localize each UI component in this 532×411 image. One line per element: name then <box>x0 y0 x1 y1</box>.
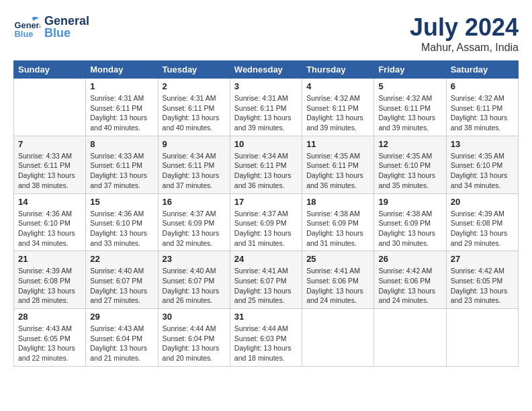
day-number: 16 <box>163 197 226 207</box>
day-info: Sunrise: 4:35 AM Sunset: 6:11 PM Dayligh… <box>306 151 369 191</box>
calendar-cell: 3Sunrise: 4:31 AM Sunset: 6:11 PM Daylig… <box>230 79 302 136</box>
logo-blue: Blue <box>44 27 89 39</box>
day-number: 21 <box>18 254 81 264</box>
calendar-cell: 2Sunrise: 4:31 AM Sunset: 6:11 PM Daylig… <box>158 79 230 136</box>
calendar-cell: 22Sunrise: 4:40 AM Sunset: 6:07 PM Dayli… <box>86 251 158 309</box>
day-info: Sunrise: 4:42 AM Sunset: 6:05 PM Dayligh… <box>451 266 514 306</box>
day-number: 22 <box>90 254 153 264</box>
calendar-cell: 4Sunrise: 4:32 AM Sunset: 6:11 PM Daylig… <box>302 79 374 136</box>
day-info: Sunrise: 4:31 AM Sunset: 6:11 PM Dayligh… <box>234 93 298 133</box>
day-info: Sunrise: 4:36 AM Sunset: 6:10 PM Dayligh… <box>90 209 153 248</box>
day-info: Sunrise: 4:44 AM Sunset: 6:03 PM Dayligh… <box>234 324 298 363</box>
day-info: Sunrise: 4:31 AM Sunset: 6:11 PM Dayligh… <box>90 93 153 133</box>
day-number: 26 <box>378 254 441 264</box>
day-info: Sunrise: 4:31 AM Sunset: 6:11 PM Dayligh… <box>163 93 226 133</box>
day-info: Sunrise: 4:37 AM Sunset: 6:09 PM Dayligh… <box>163 209 226 248</box>
day-number: 18 <box>306 197 369 207</box>
day-info: Sunrise: 4:43 AM Sunset: 6:05 PM Dayligh… <box>18 324 81 363</box>
day-number: 6 <box>451 81 514 91</box>
day-number: 12 <box>378 139 441 149</box>
svg-text:Blue: Blue <box>15 29 34 39</box>
day-number: 19 <box>378 197 441 207</box>
calendar-cell: 5Sunrise: 4:32 AM Sunset: 6:11 PM Daylig… <box>374 79 446 136</box>
day-number: 10 <box>234 139 298 149</box>
calendar-cell: 16Sunrise: 4:37 AM Sunset: 6:09 PM Dayli… <box>158 193 230 251</box>
calendar-cell: 6Sunrise: 4:32 AM Sunset: 6:11 PM Daylig… <box>446 79 518 136</box>
day-info: Sunrise: 4:34 AM Sunset: 6:11 PM Dayligh… <box>234 151 298 191</box>
calendar-cell: 21Sunrise: 4:39 AM Sunset: 6:08 PM Dayli… <box>14 251 86 309</box>
day-info: Sunrise: 4:41 AM Sunset: 6:06 PM Dayligh… <box>306 266 369 306</box>
calendar-cell: 31Sunrise: 4:44 AM Sunset: 6:03 PM Dayli… <box>230 309 302 367</box>
day-info: Sunrise: 4:44 AM Sunset: 6:04 PM Dayligh… <box>163 324 226 363</box>
calendar-week-1: 1Sunrise: 4:31 AM Sunset: 6:11 PM Daylig… <box>14 79 519 136</box>
calendar-cell: 12Sunrise: 4:35 AM Sunset: 6:10 PM Dayli… <box>374 136 446 193</box>
day-number: 13 <box>451 139 514 149</box>
calendar-cell: 30Sunrise: 4:44 AM Sunset: 6:04 PM Dayli… <box>158 309 230 367</box>
day-info: Sunrise: 4:40 AM Sunset: 6:07 PM Dayligh… <box>90 266 153 306</box>
calendar-cell: 10Sunrise: 4:34 AM Sunset: 6:11 PM Dayli… <box>230 136 302 193</box>
calendar-cell: 24Sunrise: 4:41 AM Sunset: 6:07 PM Dayli… <box>230 251 302 309</box>
day-header-sunday: Sunday <box>14 61 86 79</box>
calendar-table: SundayMondayTuesdayWednesdayThursdayFrid… <box>13 60 519 367</box>
day-info: Sunrise: 4:39 AM Sunset: 6:08 PM Dayligh… <box>451 209 514 248</box>
day-info: Sunrise: 4:42 AM Sunset: 6:06 PM Dayligh… <box>378 266 441 306</box>
day-header-thursday: Thursday <box>302 61 374 79</box>
day-number: 4 <box>306 81 369 91</box>
logo-icon: General Blue <box>13 13 40 40</box>
logo-text: General Blue <box>44 15 89 39</box>
calendar-cell: 29Sunrise: 4:43 AM Sunset: 6:04 PM Dayli… <box>86 309 158 367</box>
calendar-cell: 20Sunrise: 4:39 AM Sunset: 6:08 PM Dayli… <box>446 193 518 251</box>
calendar-cell <box>14 79 86 136</box>
calendar-title: July 2024 <box>410 13 519 42</box>
calendar-cell: 27Sunrise: 4:42 AM Sunset: 6:05 PM Dayli… <box>446 251 518 309</box>
calendar-subtitle: Mahur, Assam, India <box>410 42 519 54</box>
logo-general: General <box>44 15 89 27</box>
calendar-cell: 14Sunrise: 4:36 AM Sunset: 6:10 PM Dayli… <box>14 193 86 251</box>
calendar-cell: 18Sunrise: 4:38 AM Sunset: 6:09 PM Dayli… <box>302 193 374 251</box>
day-number: 7 <box>18 139 81 149</box>
calendar-cell: 17Sunrise: 4:37 AM Sunset: 6:09 PM Dayli… <box>230 193 302 251</box>
day-info: Sunrise: 4:33 AM Sunset: 6:11 PM Dayligh… <box>18 151 81 191</box>
day-info: Sunrise: 4:32 AM Sunset: 6:11 PM Dayligh… <box>451 93 514 133</box>
day-number: 30 <box>163 312 226 322</box>
day-number: 17 <box>234 197 298 207</box>
day-info: Sunrise: 4:40 AM Sunset: 6:07 PM Dayligh… <box>163 266 226 306</box>
day-number: 28 <box>18 312 81 322</box>
day-number: 8 <box>90 139 153 149</box>
day-header-saturday: Saturday <box>446 61 518 79</box>
day-number: 27 <box>451 254 514 264</box>
day-number: 5 <box>378 81 441 91</box>
day-number: 29 <box>90 312 153 322</box>
day-number: 24 <box>234 254 298 264</box>
calendar-cell: 26Sunrise: 4:42 AM Sunset: 6:06 PM Dayli… <box>374 251 446 309</box>
day-info: Sunrise: 4:43 AM Sunset: 6:04 PM Dayligh… <box>90 324 153 363</box>
day-number: 1 <box>90 81 153 91</box>
calendar-cell: 7Sunrise: 4:33 AM Sunset: 6:11 PM Daylig… <box>14 136 86 193</box>
calendar-cell: 11Sunrise: 4:35 AM Sunset: 6:11 PM Dayli… <box>302 136 374 193</box>
calendar-cell: 15Sunrise: 4:36 AM Sunset: 6:10 PM Dayli… <box>86 193 158 251</box>
day-info: Sunrise: 4:32 AM Sunset: 6:11 PM Dayligh… <box>378 93 441 133</box>
day-number: 31 <box>234 312 298 322</box>
day-number: 20 <box>451 197 514 207</box>
day-header-row: SundayMondayTuesdayWednesdayThursdayFrid… <box>14 61 519 79</box>
day-header-friday: Friday <box>374 61 446 79</box>
calendar-week-4: 21Sunrise: 4:39 AM Sunset: 6:08 PM Dayli… <box>14 251 519 309</box>
day-number: 15 <box>90 197 153 207</box>
day-number: 3 <box>234 81 298 91</box>
day-info: Sunrise: 4:36 AM Sunset: 6:10 PM Dayligh… <box>18 209 81 248</box>
day-info: Sunrise: 4:37 AM Sunset: 6:09 PM Dayligh… <box>234 209 298 248</box>
calendar-cell: 9Sunrise: 4:34 AM Sunset: 6:11 PM Daylig… <box>158 136 230 193</box>
day-number: 14 <box>18 197 81 207</box>
page-header: General Blue General Blue July 2024 Mahu… <box>13 13 519 54</box>
day-info: Sunrise: 4:35 AM Sunset: 6:10 PM Dayligh… <box>378 151 441 191</box>
calendar-cell <box>446 309 518 367</box>
calendar-cell: 28Sunrise: 4:43 AM Sunset: 6:05 PM Dayli… <box>14 309 86 367</box>
day-header-monday: Monday <box>86 61 158 79</box>
calendar-cell: 1Sunrise: 4:31 AM Sunset: 6:11 PM Daylig… <box>86 79 158 136</box>
calendar-cell <box>302 309 374 367</box>
day-info: Sunrise: 4:32 AM Sunset: 6:11 PM Dayligh… <box>306 93 369 133</box>
calendar-cell: 13Sunrise: 4:35 AM Sunset: 6:10 PM Dayli… <box>446 136 518 193</box>
calendar-week-3: 14Sunrise: 4:36 AM Sunset: 6:10 PM Dayli… <box>14 193 519 251</box>
calendar-cell: 23Sunrise: 4:40 AM Sunset: 6:07 PM Dayli… <box>158 251 230 309</box>
day-info: Sunrise: 4:34 AM Sunset: 6:11 PM Dayligh… <box>163 151 226 191</box>
